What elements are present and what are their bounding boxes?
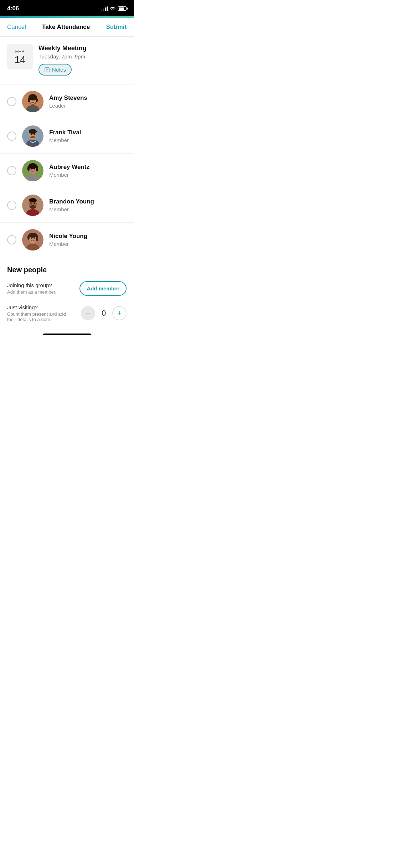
list-item: Aubrey Wentz Member [0, 154, 134, 188]
list-item: Nicole Young Member [0, 223, 134, 257]
date-month: FEB [15, 49, 25, 54]
svg-point-40 [27, 235, 30, 240]
member-name: Amy Stevens [49, 94, 127, 102]
status-icons [101, 6, 127, 11]
svg-point-16 [29, 129, 37, 134]
svg-point-28 [31, 171, 34, 172]
battery-icon [118, 6, 127, 11]
member-info: Brandon Young Member [49, 198, 127, 212]
new-people-section: New people Joining this group? Add them … [0, 257, 134, 331]
avatar [22, 91, 43, 112]
member-info: Aubrey Wentz Member [49, 164, 127, 178]
member-role: Leader [49, 103, 127, 109]
svg-point-17 [30, 136, 35, 138]
visitor-text: Just visiting? Count them present and ad… [7, 304, 81, 322]
list-item: Amy Stevens Leader [0, 84, 134, 119]
join-row: Joining this group? Add them as a member… [7, 281, 127, 296]
svg-point-32 [29, 198, 37, 202]
avatar [22, 125, 43, 147]
plus-icon: + [117, 309, 122, 318]
event-details: Weekly Meeting Tuesday, 7pm–9pm Notes [38, 44, 127, 76]
member-info: Amy Stevens Leader [49, 94, 127, 109]
svg-point-12 [34, 99, 35, 100]
svg-point-18 [31, 134, 32, 135]
submit-button[interactable]: Submit [106, 24, 127, 31]
signal-icon [101, 6, 108, 11]
svg-point-39 [29, 233, 37, 238]
visitor-counter: − 0 + [81, 306, 127, 320]
home-indicator [0, 331, 134, 339]
svg-point-11 [30, 99, 32, 100]
member-name: Nicole Young [49, 233, 127, 240]
svg-point-10 [36, 98, 38, 102]
date-box: FEB 14 [7, 44, 33, 69]
minus-icon: − [86, 309, 91, 318]
home-bar [43, 334, 91, 335]
svg-point-0 [112, 10, 113, 10]
join-label: Joining this group? [7, 282, 72, 288]
svg-point-19 [34, 134, 35, 135]
svg-point-24 [27, 166, 30, 171]
avatar [22, 160, 43, 181]
svg-point-34 [30, 202, 32, 204]
date-day: 14 [14, 55, 25, 65]
svg-point-26 [31, 168, 32, 170]
member-role: Member [49, 137, 127, 143]
svg-point-23 [29, 163, 37, 169]
svg-point-41 [36, 235, 38, 241]
avatar [22, 195, 43, 216]
notes-icon [44, 67, 50, 73]
svg-point-25 [36, 166, 38, 171]
member-name: Aubrey Wentz [49, 164, 127, 171]
members-list: Amy Stevens Leader [0, 84, 134, 257]
attendance-checkbox-aubrey[interactable] [7, 166, 16, 175]
join-sub: Add them as a member. [7, 289, 72, 295]
svg-point-27 [34, 168, 35, 170]
decrement-button[interactable]: − [81, 306, 95, 320]
join-text: Joining this group? Add them as a member… [7, 282, 79, 295]
wifi-icon [110, 6, 115, 11]
attendance-checkbox-frank[interactable] [7, 131, 16, 141]
member-name: Brandon Young [49, 198, 127, 205]
attendance-checkbox-nicole[interactable] [7, 235, 16, 244]
new-people-title: New people [7, 266, 127, 274]
member-role: Member [49, 172, 127, 178]
member-info: Nicole Young Member [49, 233, 127, 247]
status-bar: 4:06 [0, 0, 134, 16]
notes-label: Notes [52, 67, 66, 73]
member-name: Frank Tival [49, 129, 127, 136]
member-role: Member [49, 206, 127, 212]
avatar [22, 229, 43, 250]
svg-point-9 [28, 98, 30, 102]
visitor-label: Just visiting? [7, 304, 74, 310]
svg-point-42 [31, 237, 32, 239]
notes-button[interactable]: Notes [38, 64, 72, 76]
visitor-row: Just visiting? Count them present and ad… [7, 304, 127, 322]
list-item: Brandon Young Member [0, 188, 134, 223]
member-role: Member [49, 241, 127, 247]
attendance-checkbox-amy[interactable] [7, 97, 16, 106]
member-info: Frank Tival Member [49, 129, 127, 143]
svg-point-35 [34, 202, 35, 204]
list-item: Frank Tival Member [0, 119, 134, 154]
visitor-sub: Count them present and add their details… [7, 311, 74, 322]
svg-point-33 [30, 205, 36, 209]
event-time: Tuesday, 7pm–9pm [38, 53, 127, 60]
page-title: Take Attendance [42, 24, 90, 31]
event-section: FEB 14 Weekly Meeting Tuesday, 7pm–9pm N… [0, 37, 134, 84]
increment-button[interactable]: + [112, 306, 127, 320]
counter-value: 0 [100, 309, 107, 318]
cancel-button[interactable]: Cancel [7, 24, 26, 31]
attendance-checkbox-brandon[interactable] [7, 201, 16, 210]
svg-point-43 [34, 237, 35, 239]
add-member-button[interactable]: Add member [79, 281, 127, 296]
status-time: 4:06 [7, 5, 19, 12]
event-title: Weekly Meeting [38, 45, 127, 52]
nav-header: Cancel Take Attendance Submit [0, 18, 134, 37]
